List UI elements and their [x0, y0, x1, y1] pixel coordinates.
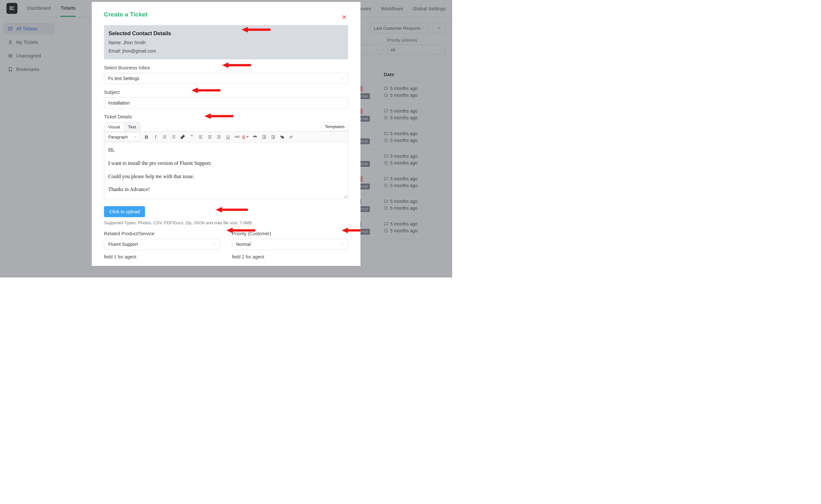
svg-rect-37: [199, 136, 201, 137]
svg-point-26: [163, 136, 163, 137]
chevron-down-icon: [213, 243, 216, 246]
tab-visual[interactable]: Visual: [104, 122, 124, 132]
field1-label: field 1 for agent: [104, 254, 220, 259]
svg-rect-48: [262, 138, 266, 138]
upload-help-text: Supported Types: Photos, CSV, PDF/Docs, …: [104, 220, 348, 225]
paragraph-select[interactable]: Paragraph: [105, 133, 140, 141]
link-icon[interactable]: [178, 133, 187, 141]
svg-rect-47: [264, 137, 266, 137]
bold-icon[interactable]: B: [142, 133, 151, 141]
priority-customer-label: Priority (Customer): [232, 231, 348, 236]
strike-icon[interactable]: ABE: [233, 133, 241, 141]
inbox-label: Select Business Inbox: [104, 65, 348, 70]
align-left-icon[interactable]: [197, 133, 205, 141]
svg-rect-33: [173, 136, 175, 137]
align-right-icon[interactable]: [215, 133, 223, 141]
svg-rect-43: [218, 136, 221, 137]
upload-button[interactable]: Click to upload: [104, 206, 145, 217]
related-product-label: Related Product/Service: [104, 231, 220, 236]
business-inbox-select[interactable]: Fs test Settings: [104, 73, 348, 84]
create-ticket-modal: Create a Ticket ✕ Selected Contact Detai…: [92, 2, 360, 266]
svg-point-28: [163, 138, 163, 138]
subject-input[interactable]: [104, 97, 348, 108]
svg-rect-50: [273, 136, 275, 136]
close-icon[interactable]: ✕: [342, 14, 347, 21]
underline-icon[interactable]: U: [224, 133, 232, 141]
svg-rect-44: [217, 138, 221, 138]
contact-details-box: Selected Contact Details Name: Jhon Smit…: [104, 25, 348, 59]
text-color-icon[interactable]: A: [242, 133, 250, 141]
svg-rect-39: [208, 136, 212, 136]
svg-point-24: [163, 135, 163, 136]
chevron-down-icon: [341, 243, 344, 246]
subject-label: Subject: [104, 90, 348, 95]
svg-rect-25: [164, 136, 166, 136]
svg-rect-36: [199, 136, 202, 136]
ticket-details-editor[interactable]: Hi,I want to install the pro version of …: [104, 142, 348, 199]
outdent-icon[interactable]: [260, 133, 269, 141]
svg-rect-38: [199, 138, 202, 138]
contact-details-header: Selected Contact Details: [108, 30, 344, 37]
svg-rect-41: [208, 138, 212, 138]
contact-name: Name: Jhon Smith: [108, 40, 344, 45]
svg-text:3: 3: [171, 137, 172, 139]
field2-label: field 2 for agent: [232, 254, 348, 259]
chevron-down-icon: [341, 77, 344, 80]
undo-icon[interactable]: [278, 133, 287, 141]
align-center-icon[interactable]: [206, 133, 214, 141]
modal-overlay: Create a Ticket ✕ Selected Contact Detai…: [0, 0, 452, 277]
clear-format-icon[interactable]: [251, 133, 259, 141]
bullet-list-icon[interactable]: [160, 133, 169, 141]
tab-text[interactable]: Text: [124, 122, 140, 132]
svg-rect-31: [173, 135, 175, 136]
contact-email: Email: jhon@gmail.com: [108, 48, 344, 54]
svg-rect-49: [271, 135, 275, 136]
svg-rect-35: [173, 138, 175, 138]
svg-rect-51: [273, 137, 275, 137]
annotation-arrow: [216, 207, 248, 214]
redo-icon[interactable]: [287, 133, 296, 141]
svg-rect-46: [264, 136, 266, 136]
templates-button[interactable]: Templates: [321, 122, 348, 131]
caret-down-icon: [134, 136, 137, 138]
svg-rect-45: [262, 135, 266, 136]
svg-marker-57: [216, 207, 248, 212]
quote-icon[interactable]: “: [187, 133, 196, 141]
details-label: Ticket Details: [104, 114, 348, 119]
svg-rect-52: [271, 138, 275, 138]
svg-rect-40: [209, 136, 211, 137]
number-list-icon[interactable]: 123: [169, 133, 178, 141]
indent-icon[interactable]: [269, 133, 278, 141]
svg-rect-42: [217, 136, 221, 136]
italic-icon[interactable]: I: [151, 133, 160, 141]
svg-rect-27: [164, 136, 166, 137]
editor-toolbar: Paragraph B I 123 “ U ABE A: [104, 131, 348, 142]
modal-title: Create a Ticket: [104, 11, 348, 18]
priority-customer-select[interactable]: Normal: [232, 239, 348, 250]
svg-rect-29: [164, 138, 166, 138]
related-product-select[interactable]: Fluent Support: [104, 239, 220, 250]
